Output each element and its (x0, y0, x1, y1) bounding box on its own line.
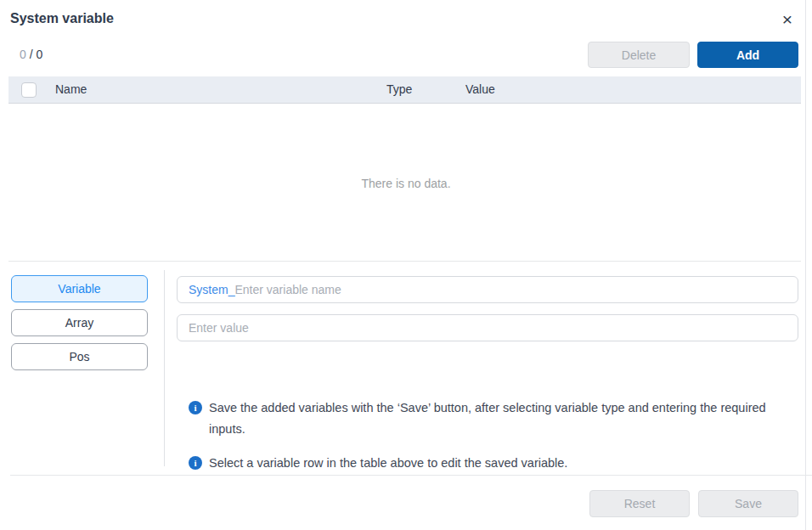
note-save-instructions: i Save the added variables with the ‘Sav… (189, 398, 783, 440)
add-button[interactable]: Add (697, 42, 798, 68)
note-text: Select a variable row in the table above… (209, 453, 567, 474)
variable-type-selector: Variable Array Pos (11, 275, 148, 377)
info-icon: i (189, 401, 202, 414)
info-icon: i (189, 456, 202, 470)
counter-selected: 0 (20, 48, 26, 61)
note-edit-instructions: i Select a variable row in the table abo… (189, 453, 783, 474)
variable-name-prefix: System_ (189, 283, 234, 296)
table-header-row: Name Type Value (8, 76, 801, 104)
table-empty-message: There is no data. (0, 177, 812, 190)
variable-name-field[interactable]: System_ (177, 276, 798, 303)
dialog-right-border (805, 0, 806, 530)
tab-pos[interactable]: Pos (11, 343, 148, 370)
select-all-checkbox[interactable] (21, 82, 37, 98)
tab-variable[interactable]: Variable (11, 275, 148, 302)
counter-total: 0 (36, 48, 42, 61)
column-header-value: Value (465, 82, 495, 96)
column-header-name: Name (55, 82, 87, 96)
selection-counter: 0 / 0 (20, 48, 42, 61)
toolbar: 0 / 0 Delete Add (0, 42, 805, 69)
vertical-divider (164, 270, 165, 466)
delete-button[interactable]: Delete (588, 42, 690, 68)
note-text: Save the added variables with the ‘Save’… (209, 398, 783, 440)
save-button[interactable]: Save (698, 490, 798, 517)
column-header-type: Type (386, 82, 412, 96)
page-title: System variable (10, 11, 114, 26)
section-divider (8, 261, 801, 262)
close-icon[interactable]: × (777, 9, 798, 30)
variable-value-field[interactable] (177, 314, 798, 341)
counter-separator: / (26, 48, 37, 61)
variable-name-input[interactable] (234, 283, 787, 296)
variable-value-input[interactable] (189, 321, 787, 335)
info-notes: i Save the added variables with the ‘Sav… (189, 398, 783, 487)
footer-divider (10, 475, 812, 476)
tab-array[interactable]: Array (11, 309, 148, 336)
reset-button[interactable]: Reset (589, 490, 690, 517)
